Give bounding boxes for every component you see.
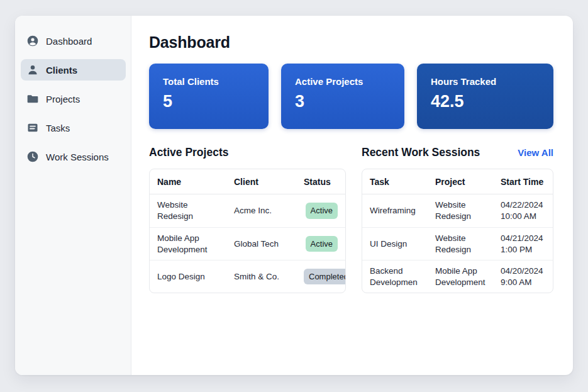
view-all-link[interactable]: View All — [518, 147, 553, 158]
stat-label: Active Projects — [295, 76, 391, 87]
sidebar-item-dashboard[interactable]: Dashboard — [21, 30, 126, 52]
stat-card-active-projects: Active Projects 3 — [281, 64, 404, 129]
column-header-status: Status — [296, 169, 345, 194]
project-status-cell: Active — [296, 227, 345, 260]
active-projects-table: Name Client Status Website Redesign Acme… — [149, 169, 346, 293]
project-name-cell: Website Redesign — [150, 194, 226, 227]
sidebar-item-label: Clients — [46, 65, 77, 76]
session-start-cell: 04/22/2024 10:00 AM — [493, 194, 553, 227]
stat-label: Total Clients — [163, 76, 255, 87]
column-header-name: Name — [150, 169, 226, 194]
table-header-row: Name Client Status — [150, 169, 345, 194]
sidebar-item-label: Work Sessions — [46, 152, 109, 162]
session-task-cell: Backend Developmen — [362, 260, 428, 293]
stat-value: 3 — [295, 92, 391, 111]
page-title: Dashboard — [149, 33, 553, 52]
folder-icon — [26, 92, 39, 105]
status-badge: Active — [306, 236, 338, 252]
table-row: Mobile App Development Global Tech Activ… — [150, 227, 345, 260]
project-client-cell: Acme Inc. — [226, 194, 296, 227]
session-task-cell: Wireframing — [362, 194, 428, 227]
project-name-cell: Mobile App Development — [150, 227, 226, 260]
user-circle-icon — [26, 35, 39, 47]
recent-sessions-section: Recent Work Sessions View All Task Proje… — [362, 146, 553, 293]
main-content: Dashboard Total Clients 5 Active Project… — [131, 16, 573, 375]
stat-card-hours-tracked: Hours Tracked 42.5 — [417, 64, 553, 129]
stat-label: Hours Tracked — [431, 76, 540, 87]
table-header-row: Task Project Start Time — [362, 169, 553, 194]
table-row: Logo Design Smith & Co. Completed — [150, 260, 345, 293]
sidebar-item-clients[interactable]: Clients — [21, 59, 126, 81]
project-client-cell: Smith & Co. — [226, 260, 296, 293]
sidebar-item-projects[interactable]: Projects — [21, 88, 126, 109]
sidebar-item-tasks[interactable]: Tasks — [21, 117, 126, 138]
tasks-icon — [26, 121, 39, 134]
sidebar-item-label: Tasks — [46, 123, 70, 133]
session-start-cell: 04/20/2024 9:00 AM — [493, 260, 553, 293]
stats-row: Total Clients 5 Active Projects 3 Hours … — [149, 64, 553, 129]
stat-value: 5 — [163, 92, 255, 111]
user-icon — [26, 64, 39, 76]
column-header-start-time: Start Time — [493, 169, 553, 194]
session-task-cell: UI Design — [362, 227, 428, 260]
active-projects-title: Active Projects — [149, 146, 228, 159]
table-row: UI Design Website Redesign 04/21/2024 1:… — [362, 227, 553, 260]
session-project-cell: Website Redesign — [428, 194, 493, 227]
table-row: Website Redesign Acme Inc. Active — [150, 194, 345, 227]
sidebar: Dashboard Clients Projects — [15, 16, 131, 375]
app-window: Dashboard Clients Projects — [15, 16, 573, 375]
stat-card-total-clients: Total Clients 5 — [149, 64, 269, 129]
clock-icon — [26, 150, 39, 163]
status-badge: Active — [306, 203, 338, 218]
session-project-cell: Mobile App Development — [428, 260, 493, 293]
sidebar-item-work-sessions[interactable]: Work Sessions — [21, 146, 126, 167]
column-header-task: Task — [362, 169, 428, 194]
column-header-client: Client — [226, 169, 296, 194]
project-name-cell: Logo Design — [150, 260, 226, 293]
column-header-project: Project — [428, 169, 493, 194]
status-badge: Completed — [304, 269, 346, 284]
project-status-cell: Completed — [296, 260, 345, 293]
active-projects-section: Active Projects Name Client Status — [149, 146, 346, 293]
sidebar-item-label: Dashboard — [46, 36, 92, 47]
session-project-cell: Website Redesign — [428, 227, 493, 260]
sidebar-item-label: Projects — [46, 94, 80, 104]
stat-value: 42.5 — [431, 92, 540, 111]
table-row: Wireframing Website Redesign 04/22/2024 … — [362, 194, 553, 227]
recent-sessions-title: Recent Work Sessions — [362, 146, 480, 159]
table-row: Backend Developmen Mobile App Developmen… — [362, 260, 553, 293]
session-start-cell: 04/21/2024 1:00 PM — [493, 227, 553, 260]
project-status-cell: Active — [296, 194, 345, 227]
project-client-cell: Global Tech — [226, 227, 296, 260]
recent-sessions-table: Task Project Start Time Wireframing Webs… — [362, 169, 553, 293]
